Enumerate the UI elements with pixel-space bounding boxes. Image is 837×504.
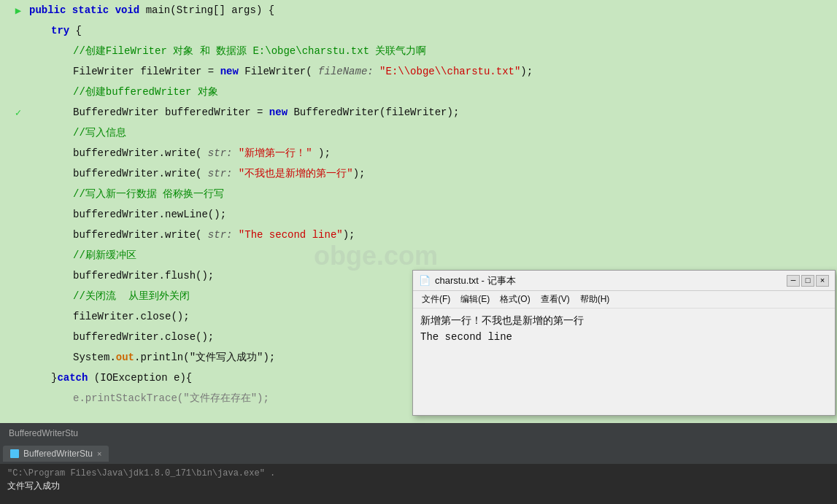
code-line-1: ▶ public static void main(String[] args)… — [0, 0, 837, 20]
code-line-11: bufferedWriter.newLine(); — [0, 204, 837, 225]
code-text-1: public static void main(String[] args) { — [29, 4, 274, 16]
code-text-16: fileWriter.close(); — [29, 311, 190, 322]
code-text-15: //关闭流 从里到外关闭 — [29, 290, 190, 303]
line-gutter-6: ✓ — [7, 106, 29, 119]
console-output: 文件写入成功 — [7, 480, 830, 493]
code-line-8: bufferedWriter.write( str: "新增第一行！" ); — [0, 143, 837, 163]
code-line-7: //写入信息 — [0, 123, 837, 143]
notepad-window-controls[interactable]: ─ □ × — [787, 275, 829, 287]
console-area: "C:\Program Files\Java\jdk1.8.0_171\bin\… — [0, 464, 837, 504]
notepad-minimize-button[interactable]: ─ — [787, 275, 800, 287]
code-line-12: bufferedWriter.write( str: "The second l… — [0, 225, 837, 245]
code-text-13: //刷新缓冲区 — [29, 249, 136, 262]
tab-file-icon — [10, 449, 19, 458]
code-text-8: bufferedWriter.write( str: "新增第一行！" ); — [29, 147, 331, 160]
code-text-3: //创建FileWriter 对象 和 数据源 E:\obge\charstu.… — [29, 44, 426, 58]
tab-item-main[interactable]: BufferedWriterStu × — [3, 446, 109, 462]
notepad-menu-file[interactable]: 文件(F) — [417, 292, 455, 307]
notepad-titlebar: 📄 charstu.txt - 记事本 ─ □ × — [413, 271, 835, 291]
code-line-9: bufferedWriter.write( str: "不我也是新增的第一行")… — [0, 163, 837, 184]
code-line-6: ✓ BufferedWriter bufferedWriter = new Bu… — [0, 102, 837, 123]
code-line-4: FileWriter fileWriter = new FileWriter( … — [0, 61, 837, 82]
code-text-11: bufferedWriter.newLine(); — [29, 209, 226, 220]
console-java-path: "C:\Program Files\Java\jdk1.8.0_171\bin\… — [7, 467, 830, 480]
code-text-12: bufferedWriter.write( str: "The second l… — [29, 229, 355, 241]
code-line-13: //刷新缓冲区 — [0, 245, 837, 265]
code-line-10: //写入新一行数据 俗称换一行写 — [0, 184, 837, 204]
notepad-menu-help[interactable]: 帮助(H) — [576, 292, 614, 307]
tab-close-button[interactable]: × — [97, 449, 101, 458]
code-text-9: bufferedWriter.write( str: "不我也是新增的第一行")… — [29, 167, 365, 180]
code-text-14: bufferedWriter.flush(); — [29, 270, 214, 282]
notepad-menubar: 文件(F) 编辑(E) 格式(O) 查看(V) 帮助(H) — [413, 291, 835, 309]
code-text-2: try { — [29, 25, 82, 36]
code-text-6: BufferedWriter bufferedWriter = new Buff… — [29, 106, 459, 118]
notepad-icon: 📄 — [419, 275, 431, 287]
code-line-5: //创建bufferedWriter 对象 — [0, 82, 837, 102]
notepad-maximize-button[interactable]: □ — [801, 275, 814, 287]
code-text-17: bufferedWriter.close(); — [29, 331, 214, 343]
notepad-menu-view[interactable]: 查看(V) — [536, 292, 574, 307]
notepad-close-button[interactable]: × — [816, 275, 829, 287]
notepad-popup: 📄 charstu.txt - 记事本 ─ □ × 文件(F) 编辑(E) 格式… — [412, 270, 836, 416]
notepad-text-area[interactable]: 新增第一行！不我也是新增的第一行 The second line — [413, 309, 835, 415]
code-text-7: //写入信息 — [29, 126, 126, 139]
run-arrow-icon[interactable]: ▶ — [15, 4, 21, 17]
code-text-18: System.out.println("文件写入成功"); — [29, 351, 275, 364]
code-text-4: FileWriter fileWriter = new FileWriter( … — [29, 66, 533, 77]
check-icon: ✓ — [15, 106, 21, 119]
notepad-title: charstu.txt - 记事本 — [435, 274, 782, 287]
code-line-2: try { — [0, 20, 837, 41]
notepad-line-2: The second line — [420, 329, 828, 345]
code-line-3: //创建FileWriter 对象 和 数据源 E:\obge\charstu.… — [0, 41, 837, 61]
code-text-19: }catch (IOException e){ — [29, 372, 192, 384]
notepad-menu-edit[interactable]: 编辑(E) — [456, 292, 494, 307]
code-text-5: //创建bufferedWriter 对象 — [29, 85, 218, 98]
line-gutter-1: ▶ — [7, 4, 29, 17]
console-content: "C:\Program Files\Java\jdk1.8.0_171\bin\… — [0, 464, 837, 504]
notepad-menu-format[interactable]: 格式(O) — [495, 292, 534, 307]
code-text-10: //写入新一行数据 俗称换一行写 — [29, 187, 224, 201]
tab-bar-label: BufferedWriterStu — [3, 428, 84, 438]
notepad-line-1: 新增第一行！不我也是新增的第一行 — [420, 313, 828, 329]
tab-label: BufferedWriterStu — [23, 449, 93, 459]
bottom-tab-bar: BufferedWriterStu × — [0, 443, 837, 464]
tab-bar: BufferedWriterStu — [0, 423, 837, 443]
code-text-20: e.printStackTrace("文件存在存在"); — [29, 392, 269, 405]
